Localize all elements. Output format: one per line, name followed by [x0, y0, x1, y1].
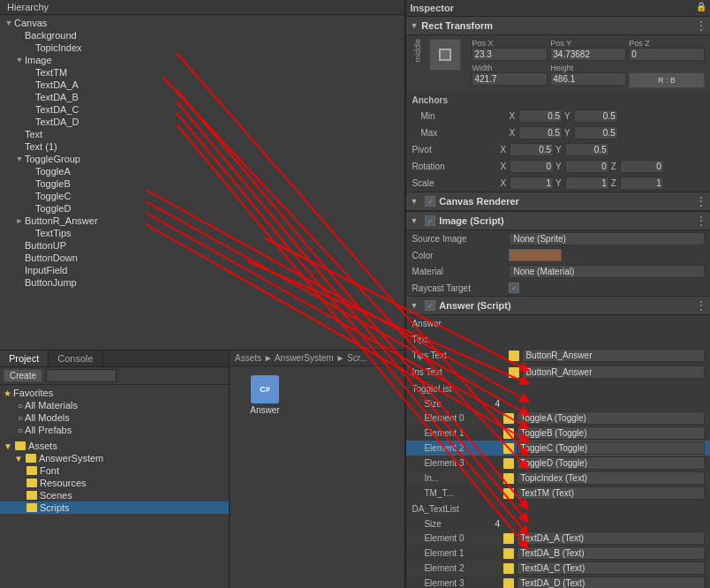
file-grid: C# Answer — [230, 366, 404, 424]
file-answer[interactable]: C# Answer — [238, 375, 291, 415]
ans-options[interactable]: ⋮ — [696, 299, 706, 312]
infield-field[interactable]: TopicIndex (Text) — [517, 471, 705, 485]
height-input[interactable] — [550, 72, 626, 86]
raycast-checkbox[interactable] — [509, 283, 519, 293]
material-field[interactable]: None (Material) — [509, 265, 705, 278]
width-input[interactable] — [472, 72, 548, 86]
cr-options[interactable]: ⋮ — [696, 195, 706, 207]
tree-item-textda-a[interactable]: TextDA_A — [0, 79, 404, 91]
tree-item-textda-c[interactable]: TextDA_C — [0, 103, 404, 116]
tree-label-topicindex: TopicIndex — [35, 42, 82, 53]
tips-row: Tips — [406, 331, 710, 347]
pivot-y[interactable] — [565, 143, 609, 156]
tips-text-field[interactable]: ButtonR_Answer — [522, 349, 705, 362]
tree-item-canvas[interactable]: ▼ Canvas — [0, 17, 404, 29]
da-element-2-value: TextDA_C (Text) — [503, 562, 705, 575]
font-folder[interactable]: Font — [0, 464, 229, 477]
lock-icon[interactable]: 🔒 — [696, 2, 706, 14]
tree-item-buttonjump[interactable]: ButtonJump — [0, 276, 404, 289]
project-search[interactable] — [46, 369, 117, 382]
anchor-max-x[interactable] — [518, 126, 563, 139]
pos-y-input[interactable] — [550, 48, 626, 61]
togglelist-label: ToggleList — [412, 384, 509, 394]
ans-checkbox[interactable] — [425, 300, 435, 311]
anchor-min-y[interactable] — [574, 109, 618, 123]
cr-checkbox[interactable] — [425, 196, 435, 207]
image-header[interactable]: ▼ Image (Script) ⋮ — [406, 212, 710, 230]
ins-text-field[interactable]: ButtonR_Answer — [522, 366, 705, 379]
project-tree: ★ Favorites ○ All Materials ○ All Models… — [0, 385, 229, 588]
rt-options[interactable]: ⋮ — [696, 19, 706, 32]
da-element-1-field[interactable]: TextDA_B (Text) — [517, 547, 705, 560]
pivot-x[interactable] — [510, 143, 554, 156]
tab-console[interactable]: Console — [49, 351, 102, 366]
tree-item-togglegroup[interactable]: ▼ ToggleGroup — [0, 153, 404, 165]
tree-item-buttonup[interactable]: ButtonUP — [0, 239, 404, 252]
scale-z[interactable] — [620, 177, 664, 190]
rt-extra-button[interactable]: R : B — [629, 72, 705, 88]
pos-z-label: Pos Z — [629, 39, 705, 48]
scale-x[interactable] — [510, 177, 554, 190]
answer-header[interactable]: ▼ Answer (Script) ⋮ — [406, 297, 710, 315]
anchor-max-y[interactable] — [574, 126, 618, 139]
tree-item-toggled[interactable]: ToggleD — [0, 202, 404, 215]
tree-item-togglec[interactable]: ToggleC — [0, 190, 404, 202]
element-3-field[interactable]: ToggleD (Toggle) — [517, 456, 705, 470]
tree-item-toggleb[interactable]: ToggleB — [0, 177, 404, 190]
create-label: Create — [10, 371, 36, 381]
tree-item-topicindex[interactable]: TopicIndex — [0, 41, 404, 54]
source-image-field[interactable]: None (Sprite) — [509, 232, 705, 245]
tree-label-text: Text — [25, 129, 42, 139]
tree-item-text[interactable]: Text — [0, 128, 404, 140]
img-checkbox[interactable] — [425, 215, 435, 226]
tree-item-buttondown[interactable]: ButtonDown — [0, 252, 404, 264]
all-materials-item[interactable]: ○ All Materials — [0, 399, 229, 411]
anchors-max-row: Max X Y — [406, 124, 710, 141]
all-models-item[interactable]: ○ All Models — [0, 411, 229, 424]
rect-transform-header[interactable]: ▼ Rect Transform ⋮ — [406, 17, 710, 35]
tmfield-field[interactable]: TextTM (Text) — [517, 486, 705, 500]
tree-item-buttonr-answer[interactable]: ► ButtonR_Answer — [0, 215, 404, 227]
datextlist-label: DA_TextList — [412, 504, 509, 514]
tree-item-togglea[interactable]: ToggleA — [0, 165, 404, 177]
element-1-field[interactable]: ToggleB (Toggle) — [517, 426, 705, 440]
pos-z-input[interactable] — [629, 48, 705, 61]
da-element-2-field[interactable]: TextDA_C (Text) — [517, 562, 705, 575]
scripts-folder[interactable]: Scripts — [0, 501, 229, 514]
tree-item-texttm[interactable]: TextTM — [0, 66, 404, 79]
element-0-field[interactable]: ToggleA (Toggle) — [517, 411, 705, 425]
tree-item-textda-d[interactable]: TextDA_D — [0, 116, 404, 128]
pos-x-input[interactable] — [472, 48, 548, 61]
scenes-folder[interactable]: Scenes — [0, 489, 229, 501]
rotation-z[interactable] — [620, 160, 664, 173]
resources-folder[interactable]: Resources — [0, 477, 229, 489]
favorites-folder[interactable]: ★ Favorites — [0, 387, 229, 399]
all-prefabs-item[interactable]: ○ All Prefabs — [0, 424, 229, 436]
pos-y-label: Pos Y — [550, 39, 626, 48]
da-element-1-value: TextDA_B (Text) — [503, 547, 705, 560]
canvas-renderer-header[interactable]: ▼ Canvas Renderer ⋮ — [406, 192, 710, 211]
element-2-field[interactable]: ToggleC (Toggle) — [517, 441, 705, 455]
tree-item-background[interactable]: Background — [0, 29, 404, 41]
tree-item-inputfield[interactable]: InputField — [0, 264, 404, 276]
answersystem-folder[interactable]: ▼ AnswerSystem — [0, 452, 229, 464]
tips-label: Tips — [412, 335, 509, 344]
rotation-y[interactable] — [565, 160, 609, 173]
anchor-min-x[interactable] — [518, 109, 563, 123]
create-button[interactable]: Create — [4, 369, 42, 382]
tmfield-value: TextTM (Text) — [503, 486, 705, 500]
tree-item-textda-b[interactable]: TextDA_B — [0, 91, 404, 103]
scale-value: X Y Z — [500, 177, 705, 190]
rotation-x[interactable] — [510, 160, 554, 173]
img-options[interactable]: ⋮ — [696, 215, 706, 227]
tree-item-image[interactable]: ▼ Image — [0, 54, 404, 66]
da-element-0-field[interactable]: TextDA_A (Text) — [517, 531, 705, 545]
tree-item-text1[interactable]: Text (1) — [0, 140, 404, 153]
anchor-widget[interactable] — [429, 39, 461, 71]
tab-project[interactable]: Project — [0, 351, 49, 366]
tree-item-texttips[interactable]: TextTips — [0, 227, 404, 239]
color-swatch[interactable] — [509, 249, 562, 261]
scale-y[interactable] — [565, 177, 609, 190]
assets-folder[interactable]: ▼ Assets — [0, 440, 229, 452]
da-element-3-field[interactable]: TextDA_D (Text) — [517, 577, 705, 588]
